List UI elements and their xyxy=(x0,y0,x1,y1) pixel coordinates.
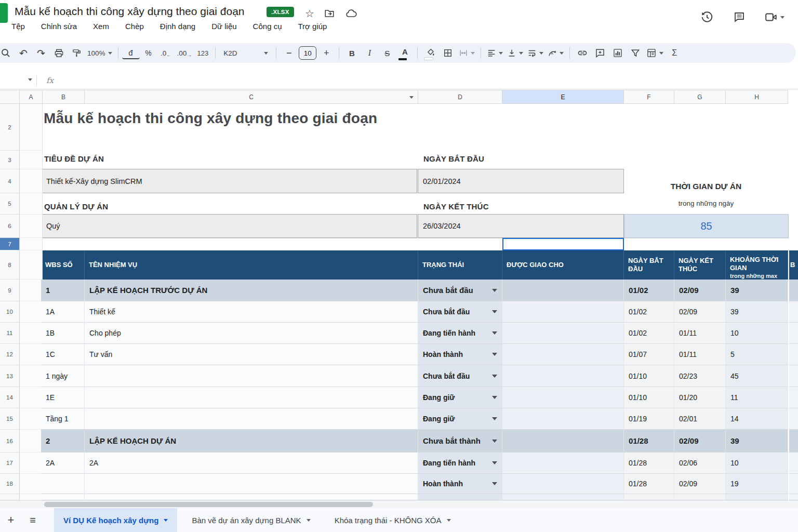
row-header-11[interactable]: 11 xyxy=(0,323,20,344)
cell-duration-row7[interactable]: 39 xyxy=(726,430,788,453)
status-dropdown-icon[interactable] xyxy=(492,461,497,464)
cell-start-row1[interactable]: 01/02 xyxy=(624,301,674,323)
cell-end-row6[interactable]: 02/01 xyxy=(674,408,726,430)
row-header-5[interactable]: 5 xyxy=(0,193,20,215)
cell-wbs-row4[interactable]: 1 ngày xyxy=(41,365,85,387)
cell-wbs-row6[interactable]: Tầng 1 xyxy=(41,408,85,430)
cell-assignee-row7[interactable] xyxy=(502,430,624,453)
status-dropdown-icon[interactable] xyxy=(492,331,497,335)
cell-A15[interactable] xyxy=(20,408,43,430)
row-header-13[interactable]: 13 xyxy=(0,365,20,387)
sheet-tab-3[interactable]: Khóa trạng thái - KHÔNG XÓA xyxy=(325,508,460,532)
status-dropdown-icon[interactable] xyxy=(492,353,497,356)
cell-assignee-row9[interactable] xyxy=(502,474,624,494)
cell-status-row9[interactable]: Hoàn thành xyxy=(418,474,502,494)
cell-wbs-row9[interactable] xyxy=(41,474,85,494)
cell-status-row0[interactable]: Chưa bắt đầu xyxy=(418,280,502,301)
row-header-8[interactable]: 8 xyxy=(0,250,20,280)
cell-partial-row[interactable] xyxy=(41,494,85,500)
column-c-dropdown-icon[interactable] xyxy=(409,96,414,101)
cell-partial-row[interactable] xyxy=(502,494,624,500)
cell-partial-row[interactable] xyxy=(85,494,418,500)
cell-duration-row8[interactable]: 10 xyxy=(726,453,788,474)
column-header-G[interactable]: G xyxy=(674,90,726,104)
cell-wbs-row0[interactable]: 1 xyxy=(41,280,85,301)
cell-A2[interactable] xyxy=(20,104,43,151)
cell-status-row4[interactable]: Chưa bắt đầu xyxy=(418,365,502,387)
cell-duration-row2[interactable]: 10 xyxy=(726,323,788,344)
cell-status-row5[interactable]: Đang giữ xyxy=(418,387,502,408)
manager-value-cell[interactable]: Quý xyxy=(41,214,417,238)
cell-task-row6[interactable] xyxy=(85,408,418,430)
table-header-end[interactable]: NGÀY KẾT THÚC xyxy=(674,250,726,280)
cell-A10[interactable] xyxy=(20,301,43,323)
cell-duration-row0[interactable]: 39 xyxy=(726,280,788,301)
row-header-19[interactable] xyxy=(0,494,20,500)
cell-A8[interactable] xyxy=(20,250,43,280)
cell-A3[interactable] xyxy=(20,151,43,169)
status-dropdown-icon[interactable] xyxy=(492,440,497,443)
cell-partial-row[interactable] xyxy=(418,494,502,500)
cell-end-row4[interactable]: 02/23 xyxy=(674,365,726,387)
cell-A13[interactable] xyxy=(20,365,43,387)
row-header-16[interactable]: 16 xyxy=(0,430,20,453)
cell-start-row8[interactable]: 01/28 xyxy=(624,453,674,474)
cell-partial-row[interactable] xyxy=(726,494,788,500)
cell-assignee-row8[interactable] xyxy=(502,453,624,474)
cell-overflow-row8[interactable] xyxy=(789,453,798,474)
table-header-task[interactable]: TÊN NHIỆM VỤ xyxy=(85,250,418,280)
row-header-14[interactable]: 14 xyxy=(0,387,20,408)
column-header-A[interactable]: A xyxy=(20,90,43,104)
cell-end-row8[interactable]: 02/06 xyxy=(674,453,726,474)
cell-overflow-row4[interactable] xyxy=(789,365,798,387)
project-duration-sublabel-cell[interactable]: trong những ngày xyxy=(624,200,788,207)
manager-label-cell[interactable]: QUẢN LÝ DỰ ÁN xyxy=(44,202,108,211)
cell-assignee-row0[interactable] xyxy=(502,280,624,301)
status-dropdown-icon[interactable] xyxy=(492,396,497,399)
select-all-corner[interactable] xyxy=(0,90,20,104)
cell-partial-row[interactable] xyxy=(674,494,726,500)
start-date-value-cell[interactable]: 02/01/2024 xyxy=(418,169,624,193)
cell-task-row9[interactable] xyxy=(85,474,418,494)
column-header-C[interactable]: C xyxy=(85,90,418,104)
project-duration-value-cell[interactable]: 85 xyxy=(624,214,789,238)
cell-duration-row4[interactable]: 45 xyxy=(726,365,788,387)
cell-assignee-row4[interactable] xyxy=(502,365,624,387)
cell-end-row2[interactable]: 01/11 xyxy=(674,323,726,344)
table-header-start[interactable]: NGÀY BẮT ĐẦU xyxy=(624,250,674,280)
end-date-value-cell[interactable]: 26/03/2024 xyxy=(418,214,624,238)
cell-A19[interactable] xyxy=(20,494,43,500)
project-title-label-cell[interactable]: TIÊU ĐỀ DỰ ÁN xyxy=(44,154,104,163)
cell-A4[interactable] xyxy=(20,169,43,193)
sheet-title-cell[interactable]: Mẫu kế hoạch thi công xây dựng theo giai… xyxy=(44,110,377,127)
cell-task-row0[interactable]: LẬP KẾ HOẠCH TRƯỚC DỰ ÁN xyxy=(85,280,418,301)
column-header-E[interactable]: E xyxy=(502,90,624,104)
cell-status-row8[interactable]: Đang tiến hành xyxy=(418,453,502,474)
cell-A14[interactable] xyxy=(20,387,43,408)
cell-A11[interactable] xyxy=(20,323,43,344)
cell-start-row6[interactable]: 01/19 xyxy=(624,408,674,430)
cell-assignee-row3[interactable] xyxy=(502,344,624,365)
cell-start-row0[interactable]: 01/02 xyxy=(624,280,674,301)
add-sheet-button[interactable]: + xyxy=(3,508,19,532)
cell-end-row0[interactable]: 02/09 xyxy=(674,280,726,301)
cell-end-row5[interactable]: 01/20 xyxy=(674,387,726,408)
status-dropdown-icon[interactable] xyxy=(492,375,497,378)
sheet-tab-caret-icon[interactable] xyxy=(307,519,311,524)
cell-A7[interactable] xyxy=(20,238,43,250)
cell-start-row7[interactable]: 01/28 xyxy=(624,430,674,453)
cell-duration-row1[interactable]: 39 xyxy=(726,301,788,323)
all-sheets-menu-button[interactable]: ≡ xyxy=(25,508,41,532)
cell-end-row7[interactable]: 02/09 xyxy=(674,430,726,453)
cell-wbs-row7[interactable]: 2 xyxy=(41,430,85,453)
cell-overflow-row2[interactable] xyxy=(789,323,798,344)
cell-end-row3[interactable]: 01/11 xyxy=(674,344,726,365)
sheet-tab-caret-icon[interactable] xyxy=(164,519,168,524)
end-date-label-cell[interactable]: NGÀY KẾT THÚC xyxy=(423,202,489,211)
table-header-status[interactable]: TRẠNG THÁI xyxy=(418,250,502,280)
row-header-2[interactable]: 2 xyxy=(0,104,20,151)
cell-overflow-row5[interactable] xyxy=(789,387,798,408)
sheet-tab-caret-icon[interactable] xyxy=(447,519,451,524)
table-header-duration[interactable]: KHOẢNG THỜI GIANtrong những max xyxy=(726,250,788,280)
cell-start-row9[interactable]: 01/28 xyxy=(624,474,674,494)
